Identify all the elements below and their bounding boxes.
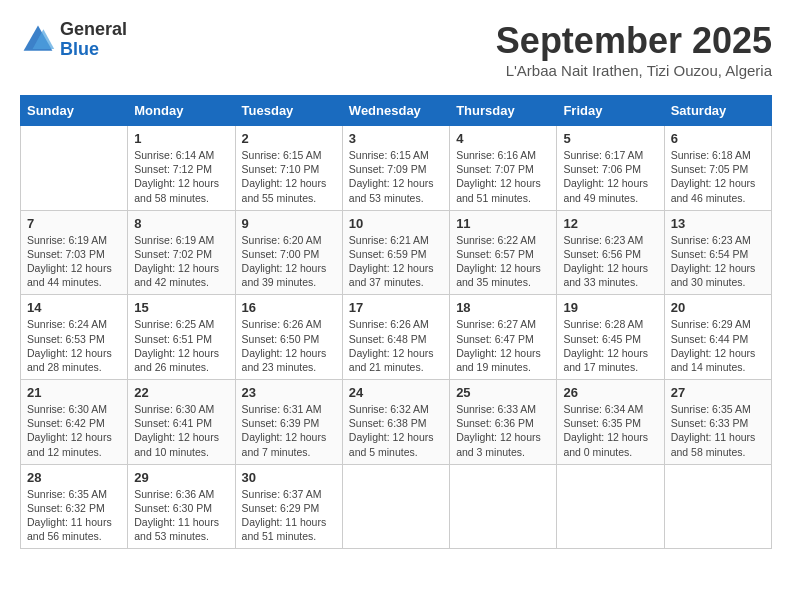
day-info: Sunrise: 6:32 AMSunset: 6:38 PMDaylight:…: [349, 402, 443, 459]
calendar-cell: 18Sunrise: 6:27 AMSunset: 6:47 PMDayligh…: [450, 295, 557, 380]
day-number: 28: [27, 470, 121, 485]
calendar-cell: [450, 464, 557, 549]
day-number: 20: [671, 300, 765, 315]
day-number: 5: [563, 131, 657, 146]
calendar-cell: 7Sunrise: 6:19 AMSunset: 7:03 PMDaylight…: [21, 210, 128, 295]
weekday-header-sunday: Sunday: [21, 96, 128, 126]
day-number: 22: [134, 385, 228, 400]
day-number: 21: [27, 385, 121, 400]
calendar-cell: [664, 464, 771, 549]
day-number: 17: [349, 300, 443, 315]
logo-blue: Blue: [60, 40, 127, 60]
day-number: 26: [563, 385, 657, 400]
day-number: 30: [242, 470, 336, 485]
day-info: Sunrise: 6:18 AMSunset: 7:05 PMDaylight:…: [671, 148, 765, 205]
calendar-cell: 3Sunrise: 6:15 AMSunset: 7:09 PMDaylight…: [342, 126, 449, 211]
calendar-cell: 13Sunrise: 6:23 AMSunset: 6:54 PMDayligh…: [664, 210, 771, 295]
calendar-week-1: 1Sunrise: 6:14 AMSunset: 7:12 PMDaylight…: [21, 126, 772, 211]
calendar-cell: [342, 464, 449, 549]
month-title: September 2025: [496, 20, 772, 62]
day-number: 15: [134, 300, 228, 315]
calendar-cell: [21, 126, 128, 211]
calendar-cell: 5Sunrise: 6:17 AMSunset: 7:06 PMDaylight…: [557, 126, 664, 211]
day-number: 27: [671, 385, 765, 400]
day-number: 13: [671, 216, 765, 231]
day-info: Sunrise: 6:25 AMSunset: 6:51 PMDaylight:…: [134, 317, 228, 374]
day-info: Sunrise: 6:20 AMSunset: 7:00 PMDaylight:…: [242, 233, 336, 290]
day-info: Sunrise: 6:27 AMSunset: 6:47 PMDaylight:…: [456, 317, 550, 374]
calendar-cell: 14Sunrise: 6:24 AMSunset: 6:53 PMDayligh…: [21, 295, 128, 380]
day-info: Sunrise: 6:26 AMSunset: 6:48 PMDaylight:…: [349, 317, 443, 374]
day-info: Sunrise: 6:15 AMSunset: 7:10 PMDaylight:…: [242, 148, 336, 205]
weekday-header-wednesday: Wednesday: [342, 96, 449, 126]
day-number: 14: [27, 300, 121, 315]
title-block: September 2025 L'Arbaa Nait Irathen, Tiz…: [496, 20, 772, 79]
day-number: 24: [349, 385, 443, 400]
calendar-cell: 21Sunrise: 6:30 AMSunset: 6:42 PMDayligh…: [21, 380, 128, 465]
day-info: Sunrise: 6:34 AMSunset: 6:35 PMDaylight:…: [563, 402, 657, 459]
day-number: 9: [242, 216, 336, 231]
logo: General Blue: [20, 20, 127, 60]
day-number: 10: [349, 216, 443, 231]
day-number: 1: [134, 131, 228, 146]
calendar-week-3: 14Sunrise: 6:24 AMSunset: 6:53 PMDayligh…: [21, 295, 772, 380]
calendar-cell: 16Sunrise: 6:26 AMSunset: 6:50 PMDayligh…: [235, 295, 342, 380]
day-info: Sunrise: 6:29 AMSunset: 6:44 PMDaylight:…: [671, 317, 765, 374]
day-info: Sunrise: 6:19 AMSunset: 7:03 PMDaylight:…: [27, 233, 121, 290]
location-title: L'Arbaa Nait Irathen, Tizi Ouzou, Algeri…: [496, 62, 772, 79]
calendar-cell: 26Sunrise: 6:34 AMSunset: 6:35 PMDayligh…: [557, 380, 664, 465]
day-info: Sunrise: 6:22 AMSunset: 6:57 PMDaylight:…: [456, 233, 550, 290]
page-header: General Blue September 2025 L'Arbaa Nait…: [20, 20, 772, 79]
calendar-table: SundayMondayTuesdayWednesdayThursdayFrid…: [20, 95, 772, 549]
calendar-cell: 1Sunrise: 6:14 AMSunset: 7:12 PMDaylight…: [128, 126, 235, 211]
logo-text: General Blue: [60, 20, 127, 60]
day-number: 23: [242, 385, 336, 400]
day-number: 29: [134, 470, 228, 485]
logo-general: General: [60, 20, 127, 40]
calendar-cell: 24Sunrise: 6:32 AMSunset: 6:38 PMDayligh…: [342, 380, 449, 465]
day-number: 16: [242, 300, 336, 315]
weekday-header-saturday: Saturday: [664, 96, 771, 126]
day-info: Sunrise: 6:37 AMSunset: 6:29 PMDaylight:…: [242, 487, 336, 544]
day-number: 4: [456, 131, 550, 146]
calendar-cell: 27Sunrise: 6:35 AMSunset: 6:33 PMDayligh…: [664, 380, 771, 465]
day-info: Sunrise: 6:30 AMSunset: 6:41 PMDaylight:…: [134, 402, 228, 459]
calendar-cell: 29Sunrise: 6:36 AMSunset: 6:30 PMDayligh…: [128, 464, 235, 549]
calendar-cell: 6Sunrise: 6:18 AMSunset: 7:05 PMDaylight…: [664, 126, 771, 211]
calendar-cell: 30Sunrise: 6:37 AMSunset: 6:29 PMDayligh…: [235, 464, 342, 549]
weekday-header-monday: Monday: [128, 96, 235, 126]
calendar-cell: 12Sunrise: 6:23 AMSunset: 6:56 PMDayligh…: [557, 210, 664, 295]
day-info: Sunrise: 6:23 AMSunset: 6:54 PMDaylight:…: [671, 233, 765, 290]
calendar-cell: 9Sunrise: 6:20 AMSunset: 7:00 PMDaylight…: [235, 210, 342, 295]
day-info: Sunrise: 6:30 AMSunset: 6:42 PMDaylight:…: [27, 402, 121, 459]
weekday-header-thursday: Thursday: [450, 96, 557, 126]
day-number: 6: [671, 131, 765, 146]
calendar-cell: 11Sunrise: 6:22 AMSunset: 6:57 PMDayligh…: [450, 210, 557, 295]
day-info: Sunrise: 6:15 AMSunset: 7:09 PMDaylight:…: [349, 148, 443, 205]
calendar-cell: 15Sunrise: 6:25 AMSunset: 6:51 PMDayligh…: [128, 295, 235, 380]
day-info: Sunrise: 6:36 AMSunset: 6:30 PMDaylight:…: [134, 487, 228, 544]
day-number: 12: [563, 216, 657, 231]
calendar-week-5: 28Sunrise: 6:35 AMSunset: 6:32 PMDayligh…: [21, 464, 772, 549]
calendar-header-row: SundayMondayTuesdayWednesdayThursdayFrid…: [21, 96, 772, 126]
calendar-week-4: 21Sunrise: 6:30 AMSunset: 6:42 PMDayligh…: [21, 380, 772, 465]
weekday-header-tuesday: Tuesday: [235, 96, 342, 126]
day-number: 11: [456, 216, 550, 231]
calendar-cell: 28Sunrise: 6:35 AMSunset: 6:32 PMDayligh…: [21, 464, 128, 549]
day-info: Sunrise: 6:24 AMSunset: 6:53 PMDaylight:…: [27, 317, 121, 374]
day-info: Sunrise: 6:26 AMSunset: 6:50 PMDaylight:…: [242, 317, 336, 374]
day-number: 8: [134, 216, 228, 231]
calendar-cell: 4Sunrise: 6:16 AMSunset: 7:07 PMDaylight…: [450, 126, 557, 211]
day-number: 7: [27, 216, 121, 231]
calendar-cell: 17Sunrise: 6:26 AMSunset: 6:48 PMDayligh…: [342, 295, 449, 380]
calendar-cell: 20Sunrise: 6:29 AMSunset: 6:44 PMDayligh…: [664, 295, 771, 380]
calendar-week-2: 7Sunrise: 6:19 AMSunset: 7:03 PMDaylight…: [21, 210, 772, 295]
calendar-cell: [557, 464, 664, 549]
day-info: Sunrise: 6:35 AMSunset: 6:33 PMDaylight:…: [671, 402, 765, 459]
day-info: Sunrise: 6:31 AMSunset: 6:39 PMDaylight:…: [242, 402, 336, 459]
logo-icon: [20, 22, 56, 58]
day-info: Sunrise: 6:14 AMSunset: 7:12 PMDaylight:…: [134, 148, 228, 205]
calendar-cell: 10Sunrise: 6:21 AMSunset: 6:59 PMDayligh…: [342, 210, 449, 295]
day-number: 3: [349, 131, 443, 146]
day-info: Sunrise: 6:16 AMSunset: 7:07 PMDaylight:…: [456, 148, 550, 205]
